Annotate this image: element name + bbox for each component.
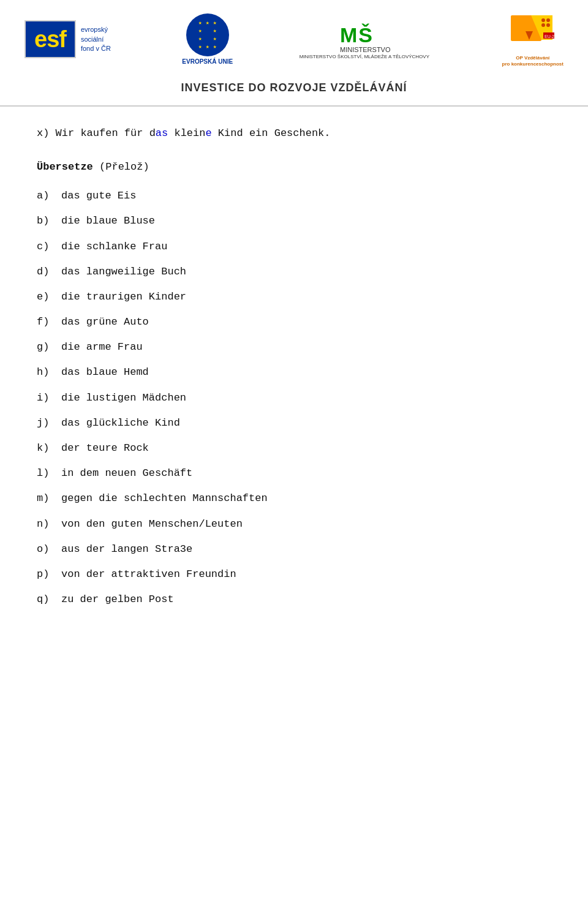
translation-list: a) das gute Eisb) die blaue Blusec) die … [37, 187, 551, 608]
list-item-label: f) [37, 314, 61, 330]
list-item-text: die blaue Bluse [61, 213, 155, 229]
list-item: h) das blaue Hemd [37, 364, 551, 380]
esf-line2: sociální [81, 35, 111, 44]
list-item-text: in dem neuen Geschäft [61, 465, 192, 481]
list-item-label: j) [37, 415, 61, 431]
section3-title-bold: Übersetze [37, 161, 93, 173]
list-item-text: das glückliche Kind [61, 415, 180, 431]
msmt-svg: MŠ MINISTERSTVO ŠKOLSTVÍ, [337, 19, 392, 53]
investice-banner: INVESTICE DO ROZVOJE VZDĚLÁVÁNÍ [0, 74, 588, 107]
svg-point-7 [541, 23, 545, 27]
list-item-label: l) [37, 465, 61, 481]
list-item-text: die schlanke Frau [61, 238, 167, 255]
intro-before: x) Wir kaufen für d [37, 127, 156, 139]
esf-logo: esf evropský sociální fond v ČR [24, 20, 111, 58]
svg-text:EU-2008: EU-2008 [545, 34, 556, 39]
list-item-label: h) [37, 364, 61, 380]
list-item-label: e) [37, 288, 61, 305]
op-line2: pro konkurenceschopnost [502, 61, 564, 67]
list-item-text: die arme Frau [61, 339, 143, 355]
investice-text: INVESTICE DO ROZVOJE VZDĚLÁVÁNÍ [181, 81, 407, 94]
list-item-text: der teure Rock [61, 440, 149, 456]
list-item: b) die blaue Bluse [37, 213, 551, 229]
op-line1: OP Vzdělávání [516, 55, 549, 61]
op-svg: EU-2008 [510, 11, 556, 54]
list-item-label: q) [37, 591, 61, 608]
list-item-text: gegen die schlechten Mannschaften [61, 490, 268, 507]
list-item: p) von der attraktiven Freundin [37, 566, 551, 582]
intro-sentence: x) Wir kaufen für das kleine Kind ein Ge… [37, 125, 551, 141]
list-item-text: aus der langen Stra3e [61, 541, 192, 557]
list-item-label: i) [37, 390, 61, 406]
section3-title-normal: (Přelož) [93, 161, 149, 173]
list-item-text: von der attraktiven Freundin [61, 566, 236, 582]
svg-text:MINISTERSTVO ŠKOLSTVÍ,: MINISTERSTVO ŠKOLSTVÍ, [340, 46, 392, 53]
list-item-text: das grüne Auto [61, 314, 149, 330]
list-item: a) das gute Eis [37, 187, 551, 204]
list-item-label: n) [37, 516, 61, 532]
list-item: k) der teure Rock [37, 440, 551, 456]
list-item-label: o) [37, 541, 61, 557]
list-item-label: b) [37, 213, 61, 229]
list-item: o) aus der langen Stra3e [37, 541, 551, 557]
op-text: OP Vzdělávání pro konkurenceschopnost [502, 55, 564, 68]
svg-text:MŠ: MŠ [340, 23, 374, 47]
list-item-text: von den guten Menschen/Leuten [61, 516, 243, 532]
list-item: m) gegen die schlechten Mannschaften [37, 490, 551, 507]
list-item-label: d) [37, 263, 61, 280]
op-logo: EU-2008 OP Vzdělávání pro konkurencescho… [502, 11, 564, 68]
list-item-label: c) [37, 238, 61, 255]
list-item-label: k) [37, 440, 61, 456]
intro-after: Kind ein Geschenk. [212, 127, 331, 139]
svg-point-8 [546, 23, 550, 27]
esf-subtitle: evropský sociální fond v ČR [81, 25, 111, 53]
list-item-text: zu der gelben Post [61, 591, 174, 608]
list-item-label: p) [37, 566, 61, 582]
msmt-subtitle: MINISTERSTVO ŠKOLSTVÍ, MLÁDEŽE A TĚLOVÝC… [300, 54, 429, 60]
list-item-text: die traurigen Kinder [61, 288, 186, 305]
eu-logo: EVROPSKÁ UNIE [182, 13, 233, 65]
highlight-as: as [156, 127, 168, 139]
list-item: f) das grüne Auto [37, 314, 551, 330]
list-item-label: g) [37, 339, 61, 355]
list-item-text: die lustigen Mädchen [61, 390, 186, 406]
list-item-label: a) [37, 187, 61, 204]
list-item: n) von den guten Menschen/Leuten [37, 516, 551, 532]
list-item: e) die traurigen Kinder [37, 288, 551, 305]
list-item-text: das langweilige Buch [61, 263, 186, 280]
msmt-logo: MŠ MINISTERSTVO ŠKOLSTVÍ, MINISTERSTVO Š… [300, 19, 429, 60]
list-item: g) die arme Frau [37, 339, 551, 355]
section3-title: Übersetze (Přelož) [37, 159, 551, 175]
list-item: c) die schlanke Frau [37, 238, 551, 255]
list-item: j) das glückliche Kind [37, 415, 551, 431]
content-area: x) Wir kaufen für das kleine Kind ein Ge… [0, 107, 588, 641]
esf-letters: esf [34, 26, 66, 52]
eu-stars-circle [186, 13, 229, 56]
list-item: l) in dem neuen Geschäft [37, 465, 551, 481]
msmt-line2: MLÁDEŽE A TĚLOVÝCHOVY [364, 54, 429, 59]
esf-line1: evropský [81, 25, 111, 34]
svg-point-5 [541, 18, 545, 22]
msmt-line1: MINISTERSTVO ŠKOLSTVÍ, [300, 54, 363, 59]
header: esf evropský sociální fond v ČR EVROPSKÁ… [0, 0, 588, 74]
list-item-text: das blaue Hemd [61, 364, 149, 380]
list-item-text: das gute Eis [61, 187, 136, 204]
list-item: i) die lustigen Mädchen [37, 390, 551, 406]
list-item: d) das langweilige Buch [37, 263, 551, 280]
intro-middle: klein [168, 127, 205, 139]
list-item: q) zu der gelben Post [37, 591, 551, 608]
list-item-label: m) [37, 490, 61, 507]
esf-line3: fond v ČR [81, 44, 111, 53]
highlight-e: e [205, 127, 211, 139]
svg-point-6 [546, 18, 550, 22]
esf-box: esf [24, 20, 76, 58]
eu-label: EVROPSKÁ UNIE [182, 58, 233, 65]
